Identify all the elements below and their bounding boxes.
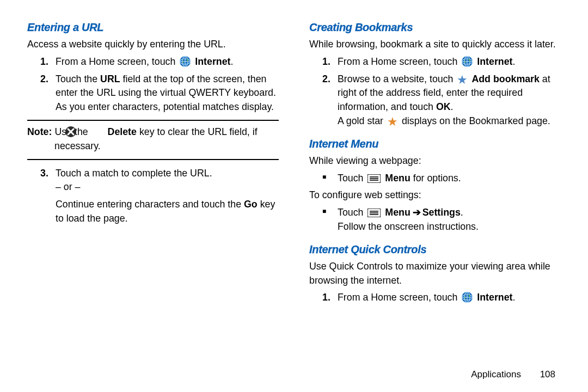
bold-text: Add bookmark	[471, 74, 540, 84]
bullet-list: Touch Menu ➔ Settings. Follow the onscre…	[322, 206, 561, 234]
body-text: Access a website quickly by entering the…	[27, 38, 279, 52]
body-text: Continue entering characters and touch t…	[56, 199, 244, 210]
left-column: Entering a URL Access a website quickly …	[27, 20, 279, 376]
bold-text: Note:	[27, 126, 52, 137]
list-item: 3. Touch a match to complete the URL. – …	[40, 167, 279, 226]
list-item: 2. Touch the URL field at the top of the…	[40, 72, 279, 114]
list-item: Touch Menu for options.	[322, 171, 561, 186]
footer: Applications 108	[471, 369, 555, 380]
body-text: Follow the onscreen instructions.	[338, 220, 561, 234]
body-text: As you enter characters, potential match…	[56, 100, 279, 114]
body-text: To configure web settings:	[309, 188, 561, 203]
bold-text: Menu	[385, 173, 410, 183]
body-text: .	[513, 292, 516, 303]
heading-entering-url: Entering a URL	[27, 20, 279, 35]
ordered-list: 1. From a Home screen, touch Internet.	[322, 291, 561, 305]
body-text: From a Home screen, touch	[338, 292, 457, 303]
bold-text: Menu	[385, 207, 410, 218]
body-text: .	[461, 207, 463, 218]
bold-text: URL	[100, 74, 120, 84]
body-text: .	[231, 56, 234, 67]
body-text: Touch the	[56, 74, 100, 84]
body-text: displays on the Bookmarked page.	[402, 115, 550, 126]
body-text: Continue entering characters and touch t…	[56, 198, 279, 226]
bold-text: Internet	[477, 56, 512, 67]
body-text: A gold star	[338, 115, 386, 126]
list-item: 1. From a Home screen, touch Internet.	[40, 55, 279, 69]
page-number: 108	[540, 369, 555, 379]
bold-text: Internet	[195, 56, 230, 67]
item-number: 3.	[40, 167, 48, 181]
list-item: 1. From a Home screen, touch Internet.	[322, 291, 561, 305]
bold-text: Go	[244, 199, 258, 210]
ordered-list: 1. From a Home screen, touch Internet. 2…	[322, 55, 561, 128]
body-text: From a Home screen, touch	[56, 56, 175, 67]
item-number: 2.	[322, 72, 330, 87]
body-text: Touch	[338, 207, 366, 218]
body-text: .	[513, 56, 516, 67]
bullet-list: Touch Menu for options.	[322, 171, 561, 186]
item-number: 1.	[322, 55, 330, 69]
right-column: Creating Bookmarks While browsing, bookm…	[309, 20, 561, 376]
menu-icon	[367, 174, 381, 183]
heading-internet-menu: Internet Menu	[309, 136, 561, 152]
body-text: for options.	[411, 173, 461, 183]
menu-icon	[367, 209, 381, 217]
body-text: Touch a match to complete the URL.	[56, 168, 212, 179]
bold-text: OK	[436, 101, 451, 112]
body-text: From a Home screen, touch	[338, 56, 457, 67]
arrow-icon: ➔	[411, 207, 422, 218]
body-text: While viewing a webpage:	[309, 154, 561, 168]
ordered-list: 3. Touch a match to complete the URL. – …	[40, 167, 279, 226]
list-item: Touch Menu ➔ Settings. Follow the onscre…	[322, 206, 561, 234]
heading-creating-bookmarks: Creating Bookmarks	[309, 20, 561, 35]
list-item: 2. Browse to a website, touch ★ Add book…	[322, 72, 561, 128]
body-text: .	[451, 101, 454, 112]
internet-globe-icon	[461, 291, 473, 303]
list-item: 1. From a Home screen, touch Internet.	[322, 55, 561, 69]
bold-text: Internet	[477, 292, 512, 303]
body-text: Use Quick Controls to maximize your view…	[309, 260, 561, 288]
manual-page: Entering a URL Access a website quickly …	[0, 0, 588, 392]
body-text: Browse to a website, touch	[338, 74, 456, 84]
heading-quick-controls: Internet Quick Controls	[309, 242, 561, 258]
bold-text: Settings	[422, 207, 461, 218]
section-name: Applications	[471, 369, 521, 379]
item-number: 1.	[40, 55, 48, 69]
delete-x-icon	[92, 126, 104, 138]
body-text: – or –	[56, 180, 279, 194]
body-text: While browsing, bookmark a site to quick…	[309, 38, 561, 52]
item-number: 1.	[322, 291, 330, 305]
ordered-list: 1. From a Home screen, touch Internet. 2…	[40, 55, 279, 114]
item-number: 2.	[40, 72, 48, 87]
body-text: Touch	[338, 173, 366, 183]
note-block: Note: Use the Delete key to clear the UR…	[27, 120, 279, 160]
internet-globe-icon	[461, 56, 473, 68]
internet-globe-icon	[179, 56, 191, 68]
bold-text: Delete	[108, 126, 137, 137]
body-text: A gold star ★ displays on the Bookmarked…	[338, 114, 561, 128]
